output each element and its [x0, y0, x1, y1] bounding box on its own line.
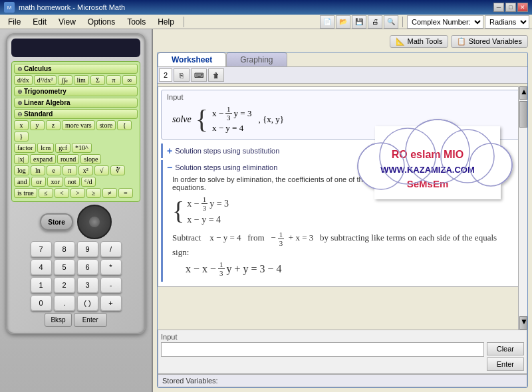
std-btn-cd[interactable]: ᶜ/d [81, 177, 96, 187]
menu-options[interactable]: Options [82, 16, 120, 28]
minimize-button[interactable]: ─ [493, 3, 504, 12]
num-add[interactable]: + [100, 295, 122, 311]
store-button[interactable]: Store [40, 213, 73, 231]
std-btn-leq[interactable]: ≤ [39, 188, 53, 198]
num-6[interactable]: 6 [77, 259, 98, 275]
std-btn-lt[interactable]: < [55, 188, 69, 198]
std-btn-istrue[interactable]: is true [14, 188, 37, 198]
num-5[interactable]: 5 [54, 259, 75, 275]
std-btn-y[interactable]: y [30, 120, 45, 130]
enter-button[interactable]: Enter [487, 357, 524, 371]
ws-keyboard-button[interactable]: ⌨ [191, 68, 207, 82]
std-btn-z[interactable]: z [46, 120, 61, 130]
backspace-button[interactable]: Bksp [45, 313, 71, 327]
step-elim-header[interactable]: − Solution steps using elimination [167, 162, 520, 173]
num-sub[interactable]: - [100, 277, 122, 293]
tab-worksheet[interactable]: Worksheet [158, 52, 226, 66]
menu-file[interactable]: File [3, 16, 26, 28]
menu-edit[interactable]: Edit [27, 16, 52, 28]
std-btn-xor[interactable]: xor [47, 177, 63, 187]
std-btn-slope[interactable]: slope [80, 154, 101, 164]
calc-btn-inf[interactable]: ∞ [122, 75, 137, 85]
trig-header[interactable]: ⊕ Trigonometry [14, 86, 138, 96]
calculus-header[interactable]: ⊖ Calculus [14, 64, 138, 74]
std-btn-e[interactable]: e [47, 165, 61, 175]
num-1[interactable]: 1 [31, 277, 52, 293]
std-btn-10pow[interactable]: *10^ [72, 143, 92, 153]
std-btn-round[interactable]: round [57, 154, 79, 164]
num-9[interactable]: 9 [77, 241, 98, 257]
ws-copy-button[interactable]: ⎘ [174, 68, 190, 82]
std-btn-geq[interactable]: ≥ [86, 188, 101, 198]
std-btn-gt[interactable]: > [70, 188, 85, 198]
std-btn-xsq[interactable]: x² [78, 165, 93, 175]
input-label-text: Input [161, 333, 484, 341]
calc-btn-pi[interactable]: π [106, 75, 121, 85]
std-btn-or[interactable]: or [31, 177, 46, 187]
calc-btn-lim[interactable]: lim [74, 75, 89, 85]
solve-keyword: solve [172, 114, 192, 125]
std-btn-more-vars[interactable]: more vars [62, 120, 95, 130]
clear-button[interactable]: Clear [487, 342, 524, 355]
menu-help[interactable]: Help [152, 16, 180, 28]
std-btn-factor[interactable]: factor [14, 143, 36, 153]
num-7[interactable]: 7 [31, 241, 52, 257]
std-btn-pi2[interactable]: π [63, 165, 77, 175]
num-mul[interactable]: * [100, 259, 122, 275]
scroll-thumb[interactable] [519, 101, 527, 128]
num-parens[interactable]: ( ) [77, 295, 98, 311]
std-btn-expand[interactable]: expand [30, 154, 56, 164]
scroll-up-arrow[interactable]: ▲ [519, 86, 527, 100]
std-btn-sqrt[interactable]: √ [94, 165, 109, 175]
linear-algebra-header[interactable]: ⊕ Linear Algebra [14, 98, 138, 108]
num-4[interactable]: 4 [31, 259, 52, 275]
stored-variables-tab[interactable]: 📋 Stored Variables [451, 35, 528, 48]
complex-number-select[interactable]: Complex Number: [407, 15, 483, 29]
menu-view[interactable]: View [53, 16, 81, 28]
std-btn-gcf[interactable]: gcf [55, 143, 70, 153]
step-sub-header[interactable]: + Solution steps using substitution [167, 146, 520, 156]
std-btn-cbrt[interactable]: ∛ [110, 165, 125, 175]
open-button[interactable]: 📂 [336, 15, 350, 29]
std-btn-eq[interactable]: = [118, 188, 133, 198]
std-btn-rbrace[interactable]: } [14, 132, 29, 142]
std-btn-abs[interactable]: |x| [14, 154, 29, 164]
search-button[interactable]: 🔍 [384, 15, 398, 29]
std-btn-lcm[interactable]: lcm [37, 143, 54, 153]
std-btn-log[interactable]: log [14, 165, 29, 175]
std-btn-x[interactable]: x [14, 120, 29, 130]
scroll-down-arrow[interactable]: ▼ [519, 316, 527, 330]
std-btn-ln[interactable]: ln [31, 165, 45, 175]
maximize-button[interactable]: □ [505, 3, 516, 12]
calc-btn-ddx[interactable]: d/dx [14, 75, 33, 85]
math-input-field[interactable] [161, 342, 484, 357]
std-btn-lbrace[interactable]: { [117, 120, 132, 130]
math-tools-tab[interactable]: 📐 Math Tools [390, 35, 448, 48]
scrollbar[interactable]: ▲ ▼ [518, 86, 527, 330]
num-2[interactable]: 2 [54, 277, 75, 293]
calc-enter-button[interactable]: Enter [74, 313, 107, 327]
calc-btn-sigma[interactable]: Σ [90, 75, 105, 85]
num-3[interactable]: 3 [77, 277, 98, 293]
menu-tools[interactable]: Tools [122, 16, 151, 28]
print-button[interactable]: 🖨 [368, 15, 382, 29]
close-button[interactable]: ✕ [517, 3, 528, 12]
dpad[interactable] [77, 205, 112, 239]
new-button[interactable]: 📄 [320, 15, 334, 29]
num-8[interactable]: 8 [54, 241, 75, 257]
num-dot[interactable]: . [54, 295, 75, 311]
ws-delete-button[interactable]: 🗑 [208, 68, 224, 82]
std-btn-store[interactable]: store [96, 120, 116, 130]
worksheet-area[interactable]: Input solve { x − 1 3 [158, 86, 527, 287]
std-btn-not[interactable]: not [65, 177, 80, 187]
standard-header[interactable]: ⊖ Standard [14, 109, 138, 119]
radians-select[interactable]: Radians [485, 15, 529, 29]
calc-btn-integral[interactable]: ∫∫ₑ [58, 75, 72, 85]
tab-graphing[interactable]: Graphing [226, 52, 287, 66]
std-btn-neq[interactable]: ≠ [102, 188, 117, 198]
save-button[interactable]: 💾 [352, 15, 366, 29]
num-0[interactable]: 0 [31, 295, 52, 311]
calc-btn-d2dx2[interactable]: d²/dx² [34, 75, 57, 85]
num-div[interactable]: / [100, 241, 122, 257]
std-btn-and[interactable]: and [14, 177, 30, 187]
